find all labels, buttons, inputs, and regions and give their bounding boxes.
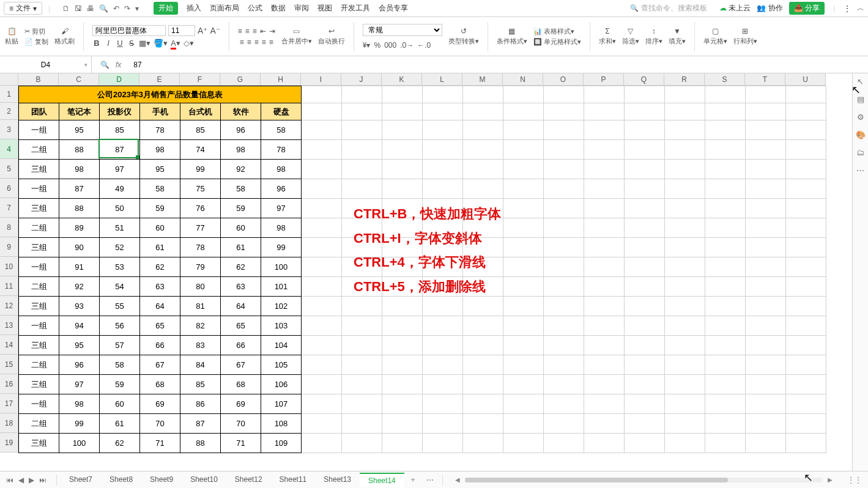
filter-button[interactable]: ▽筛选▾	[622, 27, 639, 46]
sheet-list-button[interactable]: ⋯	[421, 476, 439, 484]
indent-dec-icon[interactable]: ⇤	[260, 27, 266, 35]
cell[interactable]	[746, 375, 786, 394]
strike-button[interactable]: S̶	[127, 39, 136, 48]
collapse-ribbon-icon[interactable]	[857, 3, 864, 13]
cell[interactable]	[786, 179, 826, 199]
align-mid-icon[interactable]: ≡	[245, 27, 250, 35]
cell[interactable]	[786, 160, 826, 179]
cell[interactable]: 60	[221, 218, 261, 238]
cell[interactable]	[665, 120, 705, 140]
cell[interactable]: 58	[261, 120, 302, 140]
cell[interactable]	[503, 179, 544, 199]
ribbon-tab-8[interactable]: 会员专享	[379, 3, 408, 13]
cell[interactable]: 二组	[19, 355, 59, 375]
cell[interactable]: 三组	[19, 375, 59, 394]
cell[interactable]	[665, 103, 705, 120]
cell[interactable]	[665, 336, 705, 355]
sheet-tab[interactable]: Sheet13	[315, 473, 360, 487]
cell[interactable]	[665, 297, 705, 316]
cell[interactable]	[423, 375, 463, 394]
format-painter-button[interactable]: 🖌 格式刷	[54, 27, 75, 46]
ribbon-tab-5[interactable]: 审阅	[294, 3, 309, 13]
cell[interactable]	[665, 199, 705, 218]
cell[interactable]	[584, 160, 625, 179]
cell[interactable]	[423, 297, 463, 316]
cell[interactable]	[342, 394, 382, 414]
cell[interactable]: 二组	[19, 277, 59, 297]
sheet-nav-next-icon[interactable]: ▶	[29, 476, 34, 484]
cell[interactable]	[705, 434, 746, 453]
cell[interactable]	[302, 434, 342, 453]
sheet-tab[interactable]: Sheet14	[360, 473, 404, 487]
cell[interactable]: 99	[180, 160, 221, 179]
cell[interactable]	[746, 160, 786, 179]
cell[interactable]: 98	[59, 394, 100, 414]
cell[interactable]	[463, 179, 503, 199]
cell[interactable]	[665, 257, 705, 277]
cell[interactable]	[786, 355, 826, 375]
cell[interactable]	[625, 103, 665, 120]
cell[interactable]	[584, 140, 625, 160]
cell-button[interactable]: ▢单元格▾	[703, 27, 727, 46]
cell[interactable]	[705, 277, 746, 297]
cell[interactable]	[584, 257, 625, 277]
column-header[interactable]: K	[382, 73, 422, 86]
cell[interactable]	[342, 179, 382, 199]
font-color-button[interactable]: A▾	[171, 39, 180, 48]
cell[interactable]	[584, 394, 625, 414]
cell[interactable]: 102	[261, 297, 302, 316]
type-convert-button[interactable]: ↺ 类型转换▾	[448, 27, 479, 46]
cell[interactable]	[746, 414, 786, 434]
cell[interactable]	[503, 355, 544, 375]
cell[interactable]: 105	[261, 355, 302, 375]
cell[interactable]	[786, 257, 826, 277]
cell[interactable]	[584, 355, 625, 375]
cell[interactable]: 92	[221, 160, 261, 179]
wrap-button[interactable]: ↩ 自动换行	[318, 27, 345, 46]
cell[interactable]	[625, 414, 665, 434]
cell[interactable]: 61	[221, 238, 261, 257]
cell[interactable]: 98	[261, 160, 302, 179]
cell[interactable]	[786, 199, 826, 218]
cell[interactable]: 64	[221, 297, 261, 316]
cell[interactable]: 100	[59, 434, 100, 453]
paste-group[interactable]: 📋 粘贴	[5, 27, 18, 46]
indent-inc-icon[interactable]: ⇥	[269, 27, 275, 35]
underline-button[interactable]: U	[116, 39, 124, 48]
currency-icon[interactable]: ¥▾	[363, 41, 371, 50]
cell[interactable]: 77	[180, 218, 221, 238]
cell[interactable]	[746, 120, 786, 140]
font-size-select[interactable]	[168, 25, 195, 36]
cell[interactable]: 88	[180, 434, 221, 453]
cell[interactable]: 49	[100, 179, 140, 199]
sheet-tab[interactable]: Sheet12	[226, 473, 271, 487]
cell[interactable]: 78	[261, 140, 302, 160]
cell[interactable]	[503, 316, 544, 336]
align-bot-icon[interactable]: ≡	[253, 27, 257, 35]
cell[interactable]	[665, 394, 705, 414]
column-header[interactable]: Q	[624, 73, 664, 86]
cell[interactable]	[705, 316, 746, 336]
ribbon-tab-2[interactable]: 页面布局	[210, 3, 239, 13]
cell[interactable]	[503, 199, 544, 218]
cell[interactable]: 63	[140, 277, 180, 297]
cell[interactable]	[625, 355, 665, 375]
cell[interactable]	[625, 434, 665, 453]
cell[interactable]	[746, 140, 786, 160]
column-header[interactable]: O	[543, 73, 584, 86]
cell[interactable]	[584, 199, 625, 218]
cell[interactable]	[342, 355, 382, 375]
cell[interactable]	[625, 277, 665, 297]
cell[interactable]	[705, 199, 746, 218]
cell[interactable]	[625, 120, 665, 140]
sheet-nav-first-icon[interactable]: ⏮	[6, 476, 13, 484]
cell[interactable]: 97	[59, 375, 100, 394]
cell[interactable]	[423, 394, 463, 414]
cell[interactable]	[625, 238, 665, 257]
column-header[interactable]: P	[584, 73, 624, 86]
cell[interactable]	[665, 375, 705, 394]
cell[interactable]: 80	[180, 277, 221, 297]
cell[interactable]: 107	[261, 394, 302, 414]
cell[interactable]	[665, 414, 705, 434]
cell[interactable]: 台式机	[180, 103, 221, 120]
